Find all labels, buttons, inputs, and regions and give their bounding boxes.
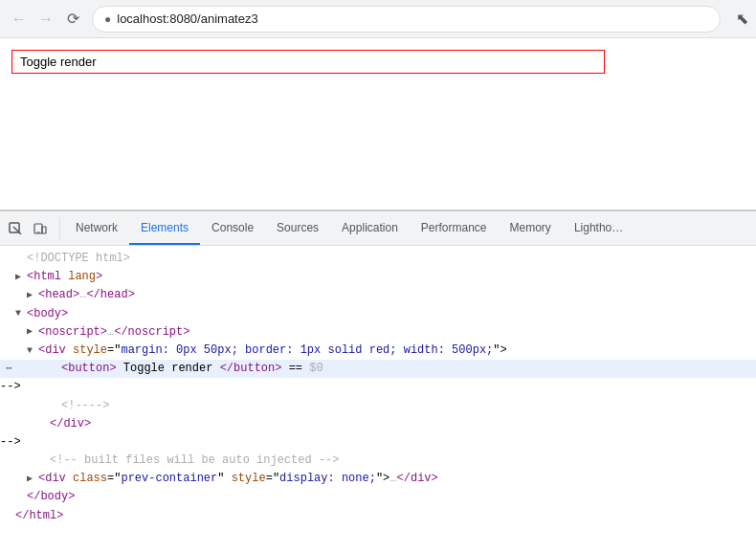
tab-memory[interactable]: Memory [499, 211, 563, 245]
devtools-icon-group [4, 217, 60, 240]
div-triangle[interactable] [27, 343, 38, 359]
devtools-toolbar: Network Elements Console Sources Applica… [0, 211, 756, 246]
head-triangle[interactable] [27, 288, 38, 303]
code-line-head: <head> … </head> [0, 286, 756, 304]
devtools-panel: Network Elements Console Sources Applica… [0, 210, 756, 552]
tab-sources[interactable]: Sources [265, 211, 330, 245]
forward-button[interactable]: → [34, 8, 57, 31]
inspector-icon[interactable] [4, 217, 27, 240]
code-line-comment2: <!-- built files will be auto injected -… [0, 452, 756, 470]
code-line-doctype: <!DOCTYPE html> [0, 250, 756, 268]
tab-application[interactable]: Application [330, 211, 410, 245]
back-button[interactable]: ← [8, 8, 31, 31]
toggle-render-button[interactable]: Toggle render [11, 50, 605, 74]
three-dots-icon: ⋯ [6, 361, 12, 378]
html-triangle[interactable] [15, 270, 27, 285]
url-text: localhost:8080/animatez3 [117, 11, 708, 26]
address-bar[interactable]: ● localhost:8080/animatez3 [92, 6, 721, 33]
devtools-tabs: Network Elements Console Sources Applica… [64, 211, 634, 245]
code-line-html: <html lang > [0, 268, 756, 286]
reload-button[interactable]: ⟳ [61, 8, 84, 31]
svg-line-1 [13, 227, 21, 234]
device-icon[interactable] [29, 217, 52, 240]
code-line-html-close: </html> [0, 507, 756, 525]
prev-container-triangle[interactable] [27, 472, 38, 487]
body-triangle[interactable] [15, 306, 27, 321]
code-line-body-close: </body> [0, 488, 756, 506]
lock-icon: ● [104, 12, 111, 26]
tab-lighthouse[interactable]: Lightho… [563, 211, 634, 245]
nav-buttons: ← → ⟳ [8, 8, 84, 31]
browser-toolbar: ← → ⟳ ● localhost:8080/animatez3 ⬉ [0, 0, 756, 38]
page-content: Toggle render [0, 38, 756, 210]
code-line-div-close: </div> [0, 415, 756, 433]
tab-performance[interactable]: Performance [410, 211, 499, 245]
tab-network[interactable]: Network [64, 211, 129, 245]
devtools-elements-panel[interactable]: <!DOCTYPE html> <html lang > <head> … </… [0, 246, 756, 552]
svg-rect-3 [42, 227, 46, 233]
code-line-div-open: <div style =" margin: 0px 50px; border: … [0, 342, 756, 360]
code-line-button[interactable]: ⋯ <button> Toggle render </button> == $0 [0, 360, 756, 378]
code-line-comment1: <!----> [0, 397, 756, 415]
code-line-body: <body> [0, 305, 756, 323]
cursor-icon: ⬉ [736, 10, 748, 28]
tab-console[interactable]: Console [200, 211, 265, 245]
code-line-div2: <div class =" prev-container " style =" … [0, 470, 756, 488]
noscript-triangle[interactable] [27, 324, 38, 340]
tab-elements[interactable]: Elements [129, 211, 200, 245]
code-line-noscript: <noscript> … </noscript> [0, 323, 756, 342]
